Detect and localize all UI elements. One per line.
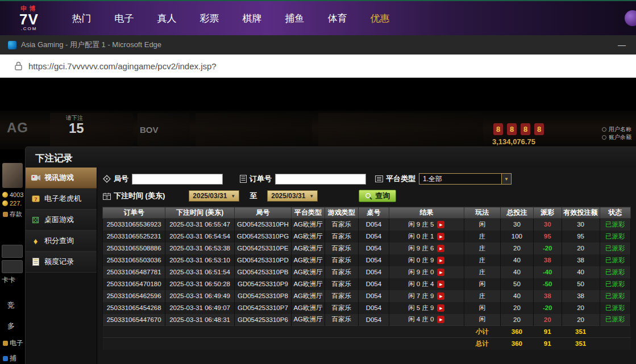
sidebar-item-sports[interactable]: 竞 [7,300,15,311]
cell-game-type: 百家乐 [325,266,358,278]
subtotal-row: 小计 360 91 351 [103,326,631,338]
platform-label: 平台类型 [386,174,415,184]
nav-item-slots[interactable]: 电子 [103,12,146,25]
nav-item-chess[interactable]: 棋牌 [231,12,273,25]
floating-orb-button[interactable] [625,10,636,26]
cell-play: 庄 [464,231,500,242]
cell-valid-bet: 20 [562,302,600,314]
cell-result: 闲 9 庄 0▶ [389,266,464,278]
to-label: 至 [250,191,257,201]
cell-payout: 20 [533,314,562,326]
cell-order-no: 250331065503036 [103,254,165,266]
cell-round-no: GD054253310PB [234,266,291,278]
site-logo[interactable]: 申博 7V .COM [10,6,48,31]
cell-status: 已派彩 [600,302,630,314]
cell-table-no: D054 [358,242,389,254]
replay-icon[interactable]: ▶ [437,245,444,252]
menu-item-live-games[interactable]: 视讯游戏 [26,168,97,189]
cell-platform: AG欧洲厅 [292,302,325,314]
calendar-icon [103,193,111,200]
cell-payout: -20 [533,302,562,314]
platform-select[interactable]: 1.全部 ▼ [419,173,512,185]
cell-play: 庄 [464,290,500,302]
replay-icon[interactable]: ▶ [437,316,444,323]
sidebar-item-slots[interactable]: 电子 [3,338,23,348]
nav-item-sports[interactable]: 体育 [316,12,359,25]
col-result: 结果 [389,207,464,219]
menu-item-table-games[interactable]: ⚄ 桌面游戏 [26,210,97,231]
cell-status: 已派彩 [600,314,630,326]
search-button[interactable]: 查询 [359,190,396,202]
nav-item-hot[interactable]: 热门 [60,12,103,25]
menu-item-credit-records[interactable]: 额度记录 [26,252,97,273]
cell-payout: -40 [533,266,562,278]
order-doc-icon [240,175,247,183]
cell-status: 已派彩 [600,231,630,242]
modal-side-menu: 视讯游戏 7 电子老虎机 ⚄ 桌面游戏 ♦ 积分查询 [26,168,97,364]
address-bar[interactable]: https://gci.7vvvvvv.com/agingame/pcv2/in… [0,55,636,78]
order-input[interactable] [275,174,366,185]
round-label: 局号 [114,174,128,184]
menu-item-slot-machines[interactable]: 7 电子老虎机 [26,189,97,210]
menu-item-points-query[interactable]: ♦ 积分查询 [26,231,97,252]
balance-icon [602,135,606,140]
cell-table-no: D054 [358,314,389,326]
sidebar-item-kaka[interactable]: 卡卡 [2,275,15,285]
replay-icon[interactable]: ▶ [437,221,444,228]
cell-payout: 95 [533,231,562,242]
result-text: 闲 5 庄 9 [408,304,434,311]
result-text: 闲 9 庄 0 [408,269,434,275]
page-content: AG 请下注 15 BOV 8 8 8 8 3,134,076.75 用户名称 … [0,78,636,364]
deposit-icon [3,212,8,217]
date-to-select[interactable]: 2025/03/31 ▼ [267,190,318,202]
total-row: 总计 360 91 351 [103,338,631,350]
sidebar-item-deposit[interactable]: 存款 [3,210,22,219]
nav-item-live[interactable]: 真人 [146,12,188,25]
replay-icon[interactable]: ▶ [437,292,444,300]
nav-item-lottery[interactable]: 彩票 [188,12,231,25]
subtotal-label: 小计 [464,326,500,338]
minimize-button[interactable]: — [616,40,628,49]
cell-round-no: GD054253310PH [234,219,291,231]
cell-platform: AG欧洲厅 [292,290,325,302]
total-payout: 91 [533,338,562,350]
jackpot-amount: 3,134,076.75 [492,137,535,146]
date-from-select[interactable]: 2025/03/31 ▼ [189,190,239,202]
top-nav: 申博 7V .COM 热门 电子 真人 彩票 棋牌 捕鱼 体育 优惠 [0,0,636,35]
cell-status: 已派彩 [600,242,630,254]
sidebar-item-multi[interactable]: 多 [7,321,15,331]
cell-total-bet: 20 [500,302,533,314]
replay-icon[interactable]: ▶ [437,304,444,312]
replay-icon[interactable]: ▶ [437,233,444,240]
cell-payout: -50 [533,278,562,290]
nav-item-promo[interactable]: 优惠 [359,12,401,25]
left-sidebar-strip: 4003 227. 存款 卡卡 竞 多 电子 捕 [0,78,25,364]
avatar[interactable] [2,163,23,188]
platform-select-value: 1.全部 [423,174,442,184]
cell-round-no: GD054253310P6 [234,314,291,326]
cell-result: 闲 0 庄 9▶ [389,254,464,266]
replay-icon[interactable]: ▶ [437,269,444,276]
coin-icon [2,192,8,198]
cell-order-no: 250331065525231 [103,231,165,242]
table-row: 2503310654625962025-03-31 06:49:49GD0542… [103,290,631,302]
cell-round-no: GD054253310PG [234,231,291,242]
replay-icon[interactable]: ▶ [437,257,444,264]
replay-icon[interactable]: ▶ [437,281,444,288]
round-input[interactable] [132,174,223,185]
cell-status: 已派彩 [600,219,630,231]
col-payout: 派彩 [533,207,562,219]
promo-thumbnail[interactable] [2,260,23,273]
col-bet-time: 下注时间 (美东) [165,207,234,219]
account-info: 用户名称 账户余额 [602,125,631,141]
col-order-no: 订单号 [103,207,165,219]
menu-item-label: 视讯游戏 [44,173,74,183]
nav-item-fishing[interactable]: 捕鱼 [273,12,316,25]
sidebar-item-fishing[interactable]: 捕 [3,354,16,363]
menu-item-label: 积分查询 [44,236,74,246]
modal-content: 局号 订单号 平台类型 1.全部 ▼ [97,168,636,364]
promo-thumbnail[interactable] [2,245,23,258]
cell-round-no: GD054253310P8 [234,290,291,302]
logo-brand-main: 7V [10,12,48,27]
video-camera-icon [31,174,40,181]
